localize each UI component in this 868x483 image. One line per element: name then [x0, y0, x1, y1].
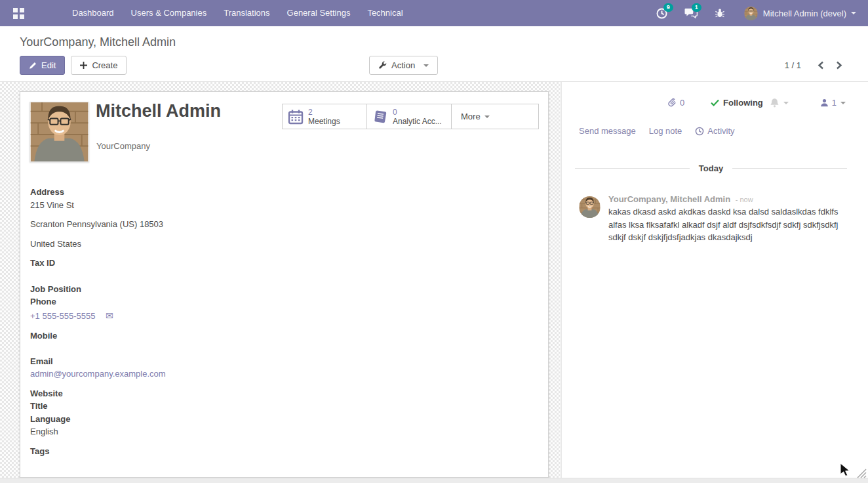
- pager-value: 1 / 1: [785, 60, 801, 70]
- apps-grid-square: [20, 8, 24, 12]
- navbar-menus: Dashboard Users & Companies Translations…: [64, 0, 412, 26]
- website-label: Website: [30, 387, 371, 400]
- message-header: YourCompany, Mitchell Admin - now: [608, 194, 847, 204]
- chevron-down-icon: [424, 64, 429, 67]
- phone-link[interactable]: +1 555-555-5555: [30, 311, 95, 321]
- action-dropdown[interactable]: Action: [369, 56, 438, 75]
- resize-grip-icon[interactable]: [856, 467, 867, 478]
- control-panel: YourCompany, Mitchell Admin Edit Create …: [0, 26, 868, 82]
- email-link[interactable]: admin@yourcompany.example.com: [30, 369, 166, 379]
- email-row: admin@yourcompany.example.com: [30, 368, 371, 380]
- wrench-icon: [378, 61, 387, 70]
- person-icon: [820, 98, 829, 107]
- message-author[interactable]: YourCompany, Mitchell Admin: [608, 194, 730, 204]
- message-avatar: [579, 196, 601, 218]
- phone-row: +1 555-555-5555 ✉: [30, 310, 371, 322]
- divider-text: Today: [699, 163, 723, 173]
- activities-button[interactable]: 9: [656, 8, 667, 19]
- schedule-activity-button[interactable]: Activity: [695, 126, 734, 136]
- edit-button[interactable]: Edit: [20, 56, 65, 75]
- cp-buttons: Edit Create: [20, 56, 127, 75]
- apps-menu-icon[interactable]: [13, 8, 24, 19]
- apps-grid-square: [13, 8, 18, 12]
- edit-button-label: Edit: [41, 60, 56, 70]
- following-button[interactable]: Following: [711, 98, 763, 108]
- meetings-label: Meetings: [308, 117, 340, 126]
- calendar-icon: [288, 109, 304, 125]
- messages-button[interactable]: 1: [684, 8, 698, 18]
- address-street: 215 Vine St: [30, 199, 371, 211]
- content-area: Mitchell Admin YourCompany 2 Meetings: [0, 82, 868, 483]
- divider-line: [575, 168, 690, 169]
- attachments-count: 0: [680, 98, 684, 108]
- chevron-down-icon: [484, 116, 490, 118]
- mobile-label: Mobile: [30, 329, 371, 342]
- field-column: Address 215 Vine St Scranton Pennsylvani…: [30, 186, 371, 457]
- pager-previous-button[interactable]: [812, 58, 830, 72]
- bottom-scrollbar-track[interactable]: [0, 478, 868, 483]
- subscription-bell-dropdown[interactable]: [770, 98, 789, 108]
- phone-label: Phone: [30, 295, 371, 308]
- chatter-panel: 0 Following 1: [561, 82, 868, 483]
- chatter-message: YourCompany, Mitchell Admin - now kakas …: [579, 194, 848, 244]
- user-name: Mitchell Admin (devel): [763, 9, 846, 18]
- language-value: English: [30, 425, 371, 438]
- messages-badge: 1: [692, 3, 701, 12]
- create-button-label: Create: [92, 60, 117, 70]
- bell-icon: [770, 98, 779, 108]
- job-position-label: Job Position: [30, 283, 371, 295]
- menu-users-companies[interactable]: Users & Companies: [123, 0, 216, 26]
- divider-line: [732, 168, 847, 169]
- pencil-icon: [29, 62, 37, 70]
- debug-button[interactable]: [715, 8, 725, 18]
- menu-general-settings[interactable]: General Settings: [279, 0, 359, 26]
- more-dropdown[interactable]: More: [451, 104, 539, 129]
- menu-dashboard[interactable]: Dashboard: [64, 0, 123, 26]
- book-icon: [372, 109, 388, 125]
- check-icon: [711, 99, 719, 106]
- user-avatar: [744, 7, 758, 20]
- more-label: More: [461, 112, 481, 121]
- action-dropdown-wrap: Action: [369, 56, 438, 75]
- analytic-accounts-stat-button[interactable]: 0 Analytic Acc...: [366, 104, 452, 129]
- title-label: Title: [30, 400, 371, 412]
- partner-company-link[interactable]: YourCompany: [96, 141, 150, 151]
- followers-count: 1: [832, 98, 837, 108]
- breadcrumb: YourCompany, Mitchell Admin: [20, 35, 176, 49]
- action-label: Action: [391, 60, 415, 70]
- chevron-down-icon: [783, 102, 789, 104]
- menu-technical[interactable]: Technical: [359, 0, 411, 26]
- date-divider: Today: [575, 163, 847, 173]
- language-label: Language: [30, 413, 371, 425]
- chevron-right-icon: [836, 61, 842, 70]
- message-body: YourCompany, Mitchell Admin - now kakas …: [608, 194, 847, 244]
- message-text: kakas dkasd askd akdkas daskd ksa dalsd …: [608, 205, 847, 244]
- pager: 1 / 1: [785, 56, 848, 75]
- apps-grid-square: [20, 14, 24, 19]
- address-label: Address: [30, 186, 371, 198]
- address-city-line: Scranton Pennsylvania (US) 18503: [30, 218, 371, 230]
- chevron-down-icon: [851, 12, 856, 14]
- pager-next-button[interactable]: [830, 58, 848, 72]
- partner-photo[interactable]: [30, 102, 89, 162]
- email-label: Email: [30, 355, 371, 368]
- message-timestamp: - now: [736, 196, 753, 203]
- send-message-button[interactable]: Send message: [579, 126, 636, 136]
- tax-id-label: Tax ID: [30, 257, 371, 269]
- paperclip-icon: [667, 98, 677, 108]
- user-menu[interactable]: Mitchell Admin (devel): [734, 7, 856, 20]
- apps-grid-square: [13, 14, 18, 19]
- partner-name: Mitchell Admin: [96, 101, 221, 121]
- attachments-button[interactable]: 0: [667, 98, 684, 108]
- stat-button-box: 2 Meetings 0 Analytic Acc... More: [283, 104, 539, 129]
- menu-translations[interactable]: Translations: [215, 0, 278, 26]
- followers-dropdown[interactable]: 1: [820, 98, 846, 108]
- meetings-stat-button[interactable]: 2 Meetings: [282, 104, 367, 129]
- activities-badge: 9: [663, 3, 673, 12]
- address-country: United States: [30, 238, 371, 250]
- form-sheet: Mitchell Admin YourCompany 2 Meetings: [20, 91, 549, 478]
- sms-envelope-icon[interactable]: ✉: [106, 310, 113, 321]
- clock-icon: [695, 127, 704, 136]
- log-note-button[interactable]: Log note: [649, 126, 682, 136]
- create-button[interactable]: Create: [71, 56, 127, 75]
